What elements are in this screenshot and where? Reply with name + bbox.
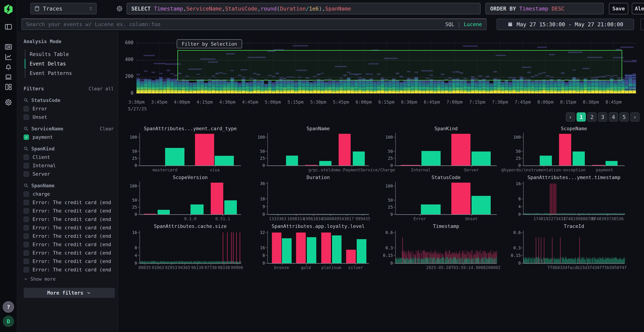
filter-option[interactable]: Error bbox=[24, 106, 118, 112]
order-by-input[interactable]: ORDER BY Timestamp DESC bbox=[486, 3, 604, 14]
chart-y-tick: 25 bbox=[388, 205, 396, 210]
filter-option[interactable]: Internal bbox=[24, 163, 118, 168]
mode-lucene-toggle[interactable]: Lucene bbox=[464, 22, 482, 27]
chart-bar bbox=[592, 165, 604, 166]
sql-select-input[interactable]: SELECT Timestamp,ServiceName,StatusCode,… bbox=[127, 3, 480, 14]
checkbox[interactable] bbox=[24, 200, 29, 205]
page-button-2[interactable]: 2 bbox=[587, 112, 596, 122]
sessions-laptop-icon[interactable] bbox=[4, 72, 14, 82]
user-avatar[interactable]: D bbox=[3, 316, 14, 327]
chart-title: SpanAttributes.app.loyalty.level bbox=[268, 224, 369, 229]
date-range-button[interactable]: May 27 15:30:00 - May 27 21:00:00 bbox=[496, 18, 634, 30]
settings-gear-icon[interactable] bbox=[4, 97, 14, 107]
filter-option[interactable]: Server bbox=[24, 171, 118, 177]
filter-option[interactable]: Error: The credit card (end… bbox=[24, 258, 118, 264]
show-more-button[interactable]: Show more bbox=[24, 276, 118, 282]
chart-title: Timestamp bbox=[395, 224, 497, 229]
checkbox[interactable]: ✓ bbox=[24, 134, 29, 140]
analysis-panel: Analysis Mode Results Table Event Deltas… bbox=[17, 32, 118, 332]
chart-bar bbox=[224, 200, 237, 214]
checkbox[interactable] bbox=[24, 234, 29, 239]
checkbox[interactable] bbox=[24, 106, 29, 112]
page-next-button[interactable]: › bbox=[630, 112, 640, 122]
page-button-5[interactable]: 5 bbox=[620, 112, 629, 122]
page-button-3[interactable]: 3 bbox=[598, 112, 607, 122]
filter-option[interactable]: Error: The credit card (end… bbox=[24, 225, 118, 230]
filter-option[interactable]: Error: The credit card (end… bbox=[24, 216, 118, 222]
chart-bar bbox=[321, 232, 331, 263]
chart-x-label: 0.51.1 bbox=[215, 216, 230, 221]
checkbox[interactable] bbox=[24, 259, 29, 264]
checkbox[interactable] bbox=[24, 171, 29, 177]
alerts-bell-icon[interactable] bbox=[4, 62, 14, 72]
app-logo-icon[interactable] bbox=[3, 4, 14, 15]
checkbox[interactable] bbox=[24, 192, 29, 197]
chart-y-tick: 0 bbox=[390, 163, 396, 168]
help-button[interactable]: ? bbox=[3, 301, 14, 313]
search-icon bbox=[24, 183, 28, 188]
filter-option[interactable]: Error: The credit card (end… bbox=[24, 267, 118, 272]
filter-option[interactable]: charge bbox=[24, 191, 118, 197]
page-prev-button[interactable]: ‹ bbox=[566, 112, 575, 122]
checkbox[interactable] bbox=[24, 163, 29, 168]
chart-y-tick: 8 bbox=[262, 253, 268, 258]
chart-bar bbox=[572, 152, 585, 166]
chart-x-label: 98338 bbox=[218, 265, 230, 270]
filter-option[interactable]: Error: The credit card (end… bbox=[24, 208, 118, 214]
filter-group-title: SpanName bbox=[31, 183, 54, 188]
source-select[interactable]: Traces bbox=[30, 3, 96, 14]
chart-bar bbox=[353, 152, 365, 166]
filter-clear-button[interactable]: Clear bbox=[100, 126, 114, 132]
heatmap-x-tick: 8:15pm bbox=[560, 100, 576, 105]
filter-option[interactable]: Error: The credit card (end… bbox=[24, 250, 118, 256]
mode-divider: | bbox=[458, 22, 461, 27]
chart-x-label: 0.1.0 bbox=[184, 216, 196, 221]
panel-toggle-icon[interactable] bbox=[4, 22, 14, 32]
checkbox[interactable] bbox=[24, 242, 29, 247]
chart-x-label: 999435 bbox=[355, 216, 370, 221]
filter-option[interactable]: Unset bbox=[24, 114, 118, 120]
mini-chart: Duration09183613333631698314199618342600… bbox=[253, 173, 381, 222]
filter-option[interactable]: Error: The credit card (end… bbox=[24, 242, 118, 247]
save-button[interactable]: Save bbox=[609, 3, 628, 14]
mini-chart: SpanAttributes...yment.card_type02550100… bbox=[125, 124, 253, 173]
checkbox[interactable] bbox=[24, 216, 29, 222]
checkbox[interactable] bbox=[24, 267, 29, 272]
chart-bar bbox=[282, 238, 292, 263]
page-button-1[interactable]: 1 bbox=[576, 112, 586, 122]
chart-bar bbox=[195, 134, 214, 166]
checkbox[interactable] bbox=[24, 250, 29, 256]
filter-option[interactable]: Error: The credit card (end… bbox=[24, 200, 118, 205]
chart-explorer-icon[interactable] bbox=[4, 52, 14, 62]
analysis-mode-event-patterns[interactable]: Event Patterns bbox=[25, 68, 118, 78]
search-logs-icon[interactable] bbox=[4, 42, 14, 52]
checkbox[interactable] bbox=[24, 208, 29, 214]
filters-clear-all-button[interactable]: Clear all bbox=[88, 86, 114, 92]
checkbox[interactable] bbox=[24, 154, 29, 160]
dashboards-icon[interactable] bbox=[4, 82, 14, 92]
mode-sql-toggle[interactable]: SQL bbox=[445, 22, 454, 27]
page-button-4[interactable]: 4 bbox=[609, 112, 618, 122]
chart-y-tick: 0 bbox=[262, 261, 268, 266]
filter-option[interactable]: Client bbox=[24, 154, 118, 160]
chart-y-tick: 100 bbox=[385, 184, 396, 188]
chart-y-tick: 32 bbox=[260, 230, 268, 235]
run-query-button[interactable] bbox=[640, 18, 644, 30]
analysis-mode-results-table[interactable]: Results Table bbox=[25, 50, 118, 59]
alerts-button[interactable]: Alerts bbox=[632, 3, 644, 14]
filter-option[interactable]: ✓payment bbox=[24, 134, 118, 140]
filter-by-selection-button[interactable]: Filter by Selection bbox=[177, 39, 242, 48]
analysis-mode-event-deltas[interactable]: Event Deltas bbox=[25, 59, 118, 68]
chart-bar bbox=[272, 232, 282, 263]
chart-y-tick: 16 bbox=[516, 181, 524, 186]
checkbox[interactable] bbox=[24, 225, 29, 230]
chart-y-tick: 100 bbox=[130, 135, 140, 140]
source-settings-button[interactable] bbox=[115, 4, 124, 13]
checkbox[interactable] bbox=[24, 114, 29, 120]
chart-title: StatusCode bbox=[395, 174, 497, 180]
more-filters-button[interactable]: More filters bbox=[24, 288, 115, 298]
search-input[interactable] bbox=[26, 21, 442, 27]
chart-bar bbox=[296, 232, 306, 263]
filter-option[interactable]: Error: The credit card (end… bbox=[24, 233, 118, 239]
topbar: Traces SELECT Timestamp,ServiceName,Stat… bbox=[17, 0, 644, 17]
